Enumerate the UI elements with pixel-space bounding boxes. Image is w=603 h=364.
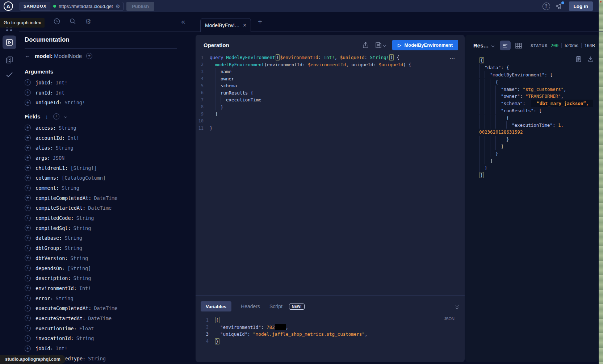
line-number: 11	[196, 126, 210, 131]
add-field-icon[interactable]	[25, 175, 31, 181]
add-field-icon[interactable]	[25, 155, 31, 161]
add-field-icon[interactable]	[25, 275, 31, 281]
line-number: 8	[196, 104, 210, 109]
new-badge: NEW!	[289, 304, 305, 310]
code-line: "executionTime": 1.	[479, 121, 599, 129]
publish-button[interactable]: Publish	[126, 2, 154, 11]
doc-colon: :	[51, 53, 53, 59]
endpoint-url-input[interactable]: https://metadata.cloud.get ⚙	[50, 4, 123, 9]
add-field-icon[interactable]	[25, 315, 31, 321]
documentation-panel: Documentation ← model: ModelNode Argumen…	[25, 36, 177, 364]
add-field-icon[interactable]	[25, 125, 31, 131]
new-tab-icon[interactable]: +	[258, 18, 262, 26]
back-icon[interactable]: ←	[25, 53, 30, 59]
add-field-icon[interactable]	[25, 135, 31, 141]
field-row: invocationId:String	[25, 334, 177, 344]
history-icon[interactable]	[53, 18, 60, 25]
status-label: STATUS	[531, 43, 548, 48]
line-number: 5	[196, 83, 210, 88]
code-line: }	[479, 136, 599, 143]
operation-panel: Operation ▷ ModelByEnvironment ⋯	[196, 35, 465, 362]
table-view-icon[interactable]	[515, 43, 522, 49]
add-field-icon[interactable]	[86, 53, 92, 59]
add-all-fields-icon[interactable]	[53, 113, 59, 120]
field-row: alias:String	[25, 143, 177, 153]
collapse-variables-icon[interactable]	[456, 304, 458, 309]
add-field-icon[interactable]	[25, 195, 31, 201]
add-field-icon[interactable]	[25, 245, 31, 251]
add-argument-icon[interactable]	[25, 79, 31, 85]
raw-view-icon[interactable]	[500, 41, 511, 50]
settings-gear-icon[interactable]: ⚙	[85, 18, 91, 25]
add-field-icon[interactable]	[25, 265, 31, 271]
code-line: "runResults": [	[479, 107, 599, 114]
apollo-logo-icon[interactable]: A	[4, 1, 13, 11]
field-row: compileCompletedAt:DateTime	[25, 193, 177, 203]
wallpaper-speck	[600, 1, 602, 3]
code-line: 10	[196, 118, 465, 125]
endpoint-settings-icon[interactable]: ⚙	[116, 4, 120, 9]
response-dropdown-icon[interactable]	[491, 44, 494, 47]
add-field-icon[interactable]	[25, 215, 31, 221]
doc-breadcrumb: ← model: ModelNode	[25, 53, 177, 59]
explorer-toolbar: ⚙	[38, 18, 91, 25]
sort-fields-icon[interactable]: ↓	[45, 113, 48, 120]
code-line: 6runResults {	[196, 89, 465, 97]
add-field-icon[interactable]	[25, 225, 31, 231]
documentation-title: Documentation	[25, 36, 177, 43]
tab-headers[interactable]: Headers	[241, 304, 260, 309]
add-field-icon[interactable]	[25, 305, 31, 311]
schema-nav-icon[interactable]	[5, 56, 13, 64]
code-line: 0023620128631592	[479, 129, 599, 136]
login-button[interactable]: Log in	[569, 1, 593, 11]
run-operation-button[interactable]: ▷ ModelByEnvironment	[392, 40, 458, 50]
line-number: 2	[196, 62, 210, 67]
endpoint-url-text[interactable]: https://metadata.cloud.get	[59, 4, 113, 9]
add-field-icon[interactable]	[25, 255, 31, 261]
line-number: 7	[196, 97, 210, 102]
code-line: "owner": "TRANSFORMER",	[479, 93, 599, 100]
tab-close-icon[interactable]: ×	[243, 22, 246, 29]
desktop-wallpaper-strip	[599, 0, 603, 364]
response-title[interactable]: Res…	[473, 42, 489, 49]
operation-editor[interactable]: 1query ModelByEnvironment($environmentId…	[196, 54, 465, 295]
add-field-icon[interactable]	[25, 285, 31, 291]
run-icon: ▷	[398, 43, 401, 48]
add-field-icon[interactable]	[25, 346, 31, 352]
add-field-icon[interactable]	[25, 335, 31, 342]
search-icon[interactable]	[69, 18, 76, 25]
add-field-icon[interactable]	[25, 165, 31, 171]
add-argument-icon[interactable]	[25, 100, 31, 106]
tab-modelbyenvironment[interactable]: ModelByEnvi… ×	[200, 18, 251, 32]
save-icon[interactable]	[375, 42, 386, 49]
add-field-icon[interactable]	[25, 185, 31, 191]
announcements-icon[interactable]	[556, 3, 563, 9]
share-icon[interactable]	[363, 42, 369, 49]
add-field-icon[interactable]	[25, 205, 31, 211]
code-line: }	[479, 164, 599, 172]
add-field-icon[interactable]	[25, 295, 31, 301]
checks-nav-icon[interactable]	[5, 70, 14, 79]
status-code: 200	[551, 43, 559, 48]
collapse-sidebar-icon[interactable]: «	[181, 17, 185, 26]
add-field-icon[interactable]	[25, 235, 31, 241]
doc-field-type[interactable]: ModelNode	[54, 53, 82, 59]
add-argument-icon[interactable]	[25, 89, 31, 96]
notification-dot	[561, 1, 564, 4]
add-field-icon[interactable]	[25, 145, 31, 151]
argument-row: jobId:Int!	[25, 78, 177, 88]
explorer-nav-icon[interactable]	[3, 35, 16, 49]
fields-header: Fields ↓	[25, 113, 177, 120]
chevron-down-icon[interactable]	[64, 115, 67, 118]
save-dropdown-icon[interactable]	[383, 43, 386, 46]
copy-response-icon[interactable]	[576, 56, 581, 62]
tab-variables[interactable]: Variables	[201, 301, 231, 311]
tab-script[interactable]: Script	[269, 304, 282, 309]
add-field-icon[interactable]	[25, 325, 31, 331]
help-icon[interactable]: ?	[543, 3, 550, 10]
code-line: 2"environmentId": 782,	[201, 324, 458, 331]
download-response-icon[interactable]	[588, 56, 594, 62]
field-row: executeCompletedAt:DateTime	[25, 303, 177, 313]
field-row: compiledCode:String	[25, 213, 177, 223]
variables-editor[interactable]: JSON 1{2"environmentId": 782,3"uniqueId"…	[201, 317, 458, 345]
